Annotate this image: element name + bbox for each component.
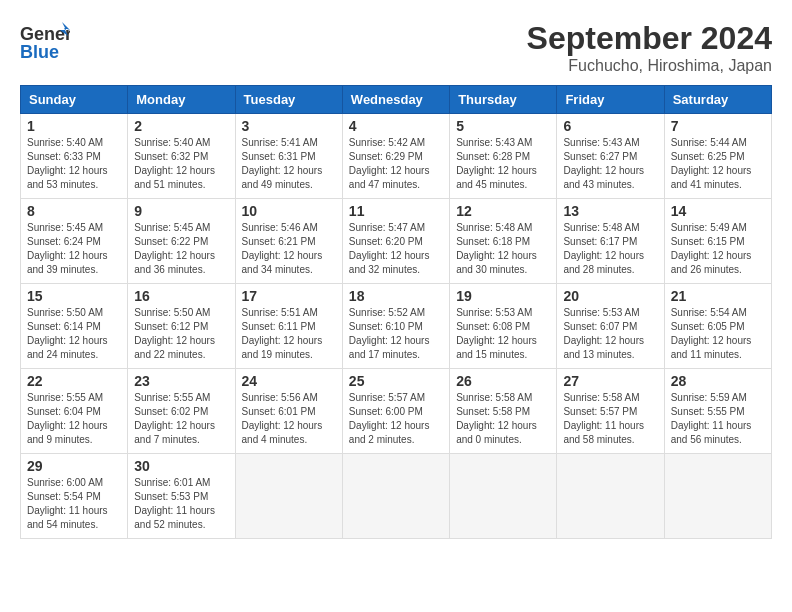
table-row: 8Sunrise: 5:45 AM Sunset: 6:24 PM Daylig… — [21, 199, 128, 284]
day-number: 14 — [671, 203, 765, 219]
day-number: 10 — [242, 203, 336, 219]
col-sunday: Sunday — [21, 86, 128, 114]
day-number: 25 — [349, 373, 443, 389]
table-row: 28Sunrise: 5:59 AM Sunset: 5:55 PM Dayli… — [664, 369, 771, 454]
table-row: 19Sunrise: 5:53 AM Sunset: 6:08 PM Dayli… — [450, 284, 557, 369]
day-info: Sunrise: 5:58 AM Sunset: 5:58 PM Dayligh… — [456, 391, 550, 447]
day-number: 12 — [456, 203, 550, 219]
table-row: 5Sunrise: 5:43 AM Sunset: 6:28 PM Daylig… — [450, 114, 557, 199]
day-info: Sunrise: 5:46 AM Sunset: 6:21 PM Dayligh… — [242, 221, 336, 277]
svg-text:Blue: Blue — [20, 42, 59, 62]
col-wednesday: Wednesday — [342, 86, 449, 114]
table-row: 17Sunrise: 5:51 AM Sunset: 6:11 PM Dayli… — [235, 284, 342, 369]
calendar-week-row: 22Sunrise: 5:55 AM Sunset: 6:04 PM Dayli… — [21, 369, 772, 454]
table-row: 18Sunrise: 5:52 AM Sunset: 6:10 PM Dayli… — [342, 284, 449, 369]
day-number: 29 — [27, 458, 121, 474]
day-number: 6 — [563, 118, 657, 134]
day-number: 4 — [349, 118, 443, 134]
table-row: 7Sunrise: 5:44 AM Sunset: 6:25 PM Daylig… — [664, 114, 771, 199]
day-number: 20 — [563, 288, 657, 304]
table-row: 25Sunrise: 5:57 AM Sunset: 6:00 PM Dayli… — [342, 369, 449, 454]
day-info: Sunrise: 5:48 AM Sunset: 6:18 PM Dayligh… — [456, 221, 550, 277]
page-header: General Blue September 2024 Fuchucho, Hi… — [20, 20, 772, 75]
logo: General Blue — [20, 20, 70, 62]
day-info: Sunrise: 5:55 AM Sunset: 6:02 PM Dayligh… — [134, 391, 228, 447]
table-row: 3Sunrise: 5:41 AM Sunset: 6:31 PM Daylig… — [235, 114, 342, 199]
table-row: 4Sunrise: 5:42 AM Sunset: 6:29 PM Daylig… — [342, 114, 449, 199]
day-info: Sunrise: 5:41 AM Sunset: 6:31 PM Dayligh… — [242, 136, 336, 192]
day-number: 22 — [27, 373, 121, 389]
day-info: Sunrise: 5:49 AM Sunset: 6:15 PM Dayligh… — [671, 221, 765, 277]
day-info: Sunrise: 5:58 AM Sunset: 5:57 PM Dayligh… — [563, 391, 657, 447]
table-row — [664, 454, 771, 539]
day-number: 27 — [563, 373, 657, 389]
table-row: 24Sunrise: 5:56 AM Sunset: 6:01 PM Dayli… — [235, 369, 342, 454]
day-number: 11 — [349, 203, 443, 219]
day-number: 8 — [27, 203, 121, 219]
day-number: 2 — [134, 118, 228, 134]
day-info: Sunrise: 5:50 AM Sunset: 6:14 PM Dayligh… — [27, 306, 121, 362]
table-row: 10Sunrise: 5:46 AM Sunset: 6:21 PM Dayli… — [235, 199, 342, 284]
day-number: 7 — [671, 118, 765, 134]
table-row — [450, 454, 557, 539]
table-row: 12Sunrise: 5:48 AM Sunset: 6:18 PM Dayli… — [450, 199, 557, 284]
day-number: 16 — [134, 288, 228, 304]
day-info: Sunrise: 5:57 AM Sunset: 6:00 PM Dayligh… — [349, 391, 443, 447]
day-info: Sunrise: 5:43 AM Sunset: 6:27 PM Dayligh… — [563, 136, 657, 192]
day-info: Sunrise: 5:45 AM Sunset: 6:24 PM Dayligh… — [27, 221, 121, 277]
day-number: 23 — [134, 373, 228, 389]
day-number: 1 — [27, 118, 121, 134]
day-info: Sunrise: 5:56 AM Sunset: 6:01 PM Dayligh… — [242, 391, 336, 447]
table-row: 21Sunrise: 5:54 AM Sunset: 6:05 PM Dayli… — [664, 284, 771, 369]
day-number: 30 — [134, 458, 228, 474]
day-number: 21 — [671, 288, 765, 304]
table-row: 29Sunrise: 6:00 AM Sunset: 5:54 PM Dayli… — [21, 454, 128, 539]
calendar-week-row: 29Sunrise: 6:00 AM Sunset: 5:54 PM Dayli… — [21, 454, 772, 539]
day-info: Sunrise: 5:55 AM Sunset: 6:04 PM Dayligh… — [27, 391, 121, 447]
day-info: Sunrise: 5:52 AM Sunset: 6:10 PM Dayligh… — [349, 306, 443, 362]
col-tuesday: Tuesday — [235, 86, 342, 114]
calendar-week-row: 15Sunrise: 5:50 AM Sunset: 6:14 PM Dayli… — [21, 284, 772, 369]
day-info: Sunrise: 5:47 AM Sunset: 6:20 PM Dayligh… — [349, 221, 443, 277]
day-number: 5 — [456, 118, 550, 134]
table-row: 27Sunrise: 5:58 AM Sunset: 5:57 PM Dayli… — [557, 369, 664, 454]
day-info: Sunrise: 5:59 AM Sunset: 5:55 PM Dayligh… — [671, 391, 765, 447]
day-number: 24 — [242, 373, 336, 389]
table-row: 16Sunrise: 5:50 AM Sunset: 6:12 PM Dayli… — [128, 284, 235, 369]
location: Fuchucho, Hiroshima, Japan — [527, 57, 772, 75]
day-info: Sunrise: 5:43 AM Sunset: 6:28 PM Dayligh… — [456, 136, 550, 192]
day-info: Sunrise: 5:42 AM Sunset: 6:29 PM Dayligh… — [349, 136, 443, 192]
title-section: September 2024 Fuchucho, Hiroshima, Japa… — [527, 20, 772, 75]
month-title: September 2024 — [527, 20, 772, 57]
day-info: Sunrise: 5:51 AM Sunset: 6:11 PM Dayligh… — [242, 306, 336, 362]
day-info: Sunrise: 5:53 AM Sunset: 6:08 PM Dayligh… — [456, 306, 550, 362]
table-row: 23Sunrise: 5:55 AM Sunset: 6:02 PM Dayli… — [128, 369, 235, 454]
table-row — [342, 454, 449, 539]
col-saturday: Saturday — [664, 86, 771, 114]
day-number: 19 — [456, 288, 550, 304]
table-row: 20Sunrise: 5:53 AM Sunset: 6:07 PM Dayli… — [557, 284, 664, 369]
day-info: Sunrise: 5:45 AM Sunset: 6:22 PM Dayligh… — [134, 221, 228, 277]
table-row: 2Sunrise: 5:40 AM Sunset: 6:32 PM Daylig… — [128, 114, 235, 199]
day-number: 28 — [671, 373, 765, 389]
calendar-table: Sunday Monday Tuesday Wednesday Thursday… — [20, 85, 772, 539]
table-row: 13Sunrise: 5:48 AM Sunset: 6:17 PM Dayli… — [557, 199, 664, 284]
calendar-week-row: 1Sunrise: 5:40 AM Sunset: 6:33 PM Daylig… — [21, 114, 772, 199]
day-info: Sunrise: 5:40 AM Sunset: 6:32 PM Dayligh… — [134, 136, 228, 192]
calendar-header-row: Sunday Monday Tuesday Wednesday Thursday… — [21, 86, 772, 114]
day-info: Sunrise: 5:44 AM Sunset: 6:25 PM Dayligh… — [671, 136, 765, 192]
table-row: 22Sunrise: 5:55 AM Sunset: 6:04 PM Dayli… — [21, 369, 128, 454]
col-monday: Monday — [128, 86, 235, 114]
logo-icon: General Blue — [20, 20, 70, 62]
day-number: 3 — [242, 118, 336, 134]
day-info: Sunrise: 6:01 AM Sunset: 5:53 PM Dayligh… — [134, 476, 228, 532]
day-info: Sunrise: 5:40 AM Sunset: 6:33 PM Dayligh… — [27, 136, 121, 192]
day-number: 17 — [242, 288, 336, 304]
table-row — [235, 454, 342, 539]
table-row: 15Sunrise: 5:50 AM Sunset: 6:14 PM Dayli… — [21, 284, 128, 369]
day-number: 13 — [563, 203, 657, 219]
calendar-week-row: 8Sunrise: 5:45 AM Sunset: 6:24 PM Daylig… — [21, 199, 772, 284]
table-row: 30Sunrise: 6:01 AM Sunset: 5:53 PM Dayli… — [128, 454, 235, 539]
table-row: 14Sunrise: 5:49 AM Sunset: 6:15 PM Dayli… — [664, 199, 771, 284]
day-number: 15 — [27, 288, 121, 304]
